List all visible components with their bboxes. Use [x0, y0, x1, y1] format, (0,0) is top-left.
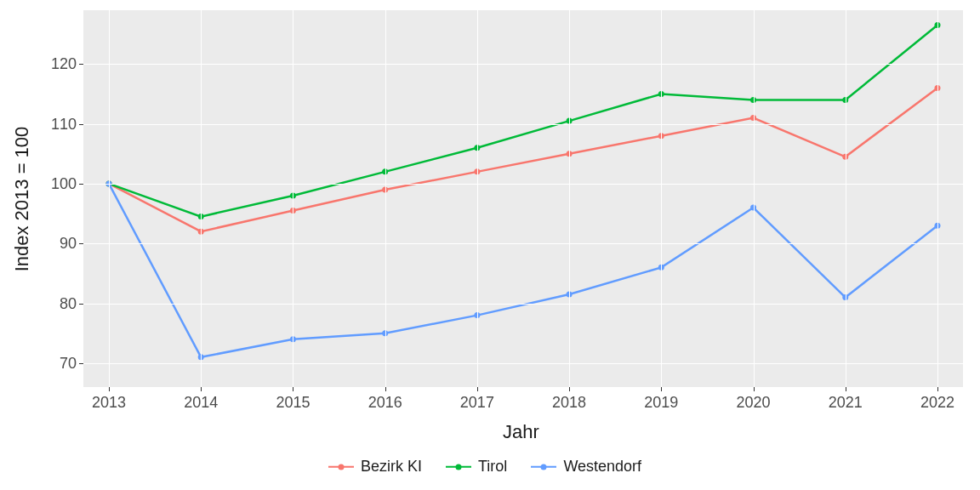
gridline-vertical [661, 10, 662, 387]
chart-container: Index 2013 = 100 Jahr Bezirk KITirolWest… [0, 0, 980, 490]
gridline-vertical [477, 10, 478, 387]
gridline-horizontal [83, 184, 963, 185]
x-tick-label: 2017 [460, 394, 494, 412]
gridline-vertical [937, 10, 938, 387]
x-tick-label: 2022 [920, 394, 954, 412]
legend-label: Westendorf [563, 458, 641, 476]
gridline-horizontal [83, 64, 963, 65]
y-tick-label: 70 [46, 354, 77, 372]
x-tick-label: 2013 [92, 394, 126, 412]
gridline-vertical [109, 10, 110, 387]
x-tick [201, 387, 202, 391]
x-tick-label: 2015 [276, 394, 310, 412]
x-tick-label: 2014 [184, 394, 218, 412]
x-tick-label: 2019 [644, 394, 678, 412]
y-tick [79, 304, 83, 305]
x-tick [293, 387, 293, 391]
gridline-vertical [754, 10, 755, 387]
y-tick-label: 80 [46, 294, 77, 312]
y-tick [79, 124, 83, 125]
y-tick-label: 100 [46, 174, 77, 192]
legend-item: Tirol [446, 458, 507, 476]
y-tick [79, 243, 83, 244]
gridline-horizontal [83, 363, 963, 364]
x-tick [109, 387, 110, 391]
x-tick [754, 387, 755, 391]
y-tick [79, 363, 83, 364]
gridline-horizontal [83, 243, 963, 244]
x-tick-label: 2016 [368, 394, 402, 412]
x-tick [937, 387, 938, 391]
legend-item: Bezirk KI [328, 458, 422, 476]
x-axis-title: Jahr [503, 421, 539, 443]
gridline-horizontal [83, 124, 963, 125]
legend-key-icon [446, 459, 471, 475]
y-tick-label: 90 [46, 235, 77, 253]
y-axis-title: Index 2013 = 100 [11, 126, 33, 271]
gridline-vertical [385, 10, 386, 387]
x-tick [569, 387, 570, 391]
gridline-vertical [293, 10, 293, 387]
y-tick-label: 120 [46, 55, 77, 73]
series-line [109, 26, 937, 217]
y-tick-label: 110 [46, 115, 77, 133]
gridline-vertical [201, 10, 202, 387]
legend-item: Westendorf [531, 458, 641, 476]
x-tick [846, 387, 846, 391]
x-tick [477, 387, 478, 391]
plot-lines [0, 0, 980, 490]
legend-label: Bezirk KI [361, 458, 422, 476]
y-tick [79, 64, 83, 65]
x-tick-label: 2021 [829, 394, 863, 412]
x-tick [385, 387, 386, 391]
x-tick-label: 2020 [737, 394, 771, 412]
legend-key-icon [531, 459, 556, 475]
legend-label: Tirol [478, 458, 507, 476]
gridline-horizontal [83, 304, 963, 305]
legend-key-icon [328, 459, 354, 475]
gridline-vertical [569, 10, 570, 387]
x-tick-label: 2018 [552, 394, 586, 412]
y-tick [79, 184, 83, 185]
x-tick [661, 387, 662, 391]
gridline-vertical [846, 10, 846, 387]
legend: Bezirk KITirolWestendorf [328, 458, 641, 476]
